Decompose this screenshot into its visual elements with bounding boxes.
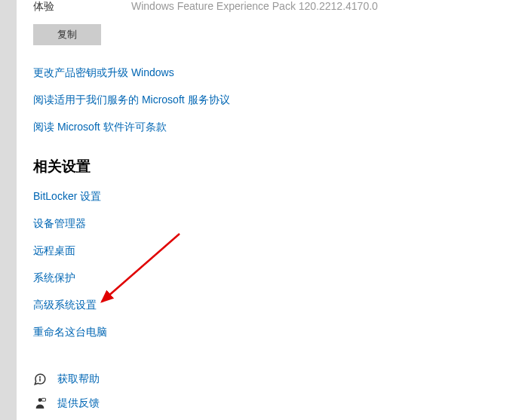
related-settings-heading: 相关设置 xyxy=(33,157,502,176)
sidebar-edge xyxy=(0,0,17,420)
experience-label: 体验 xyxy=(33,0,131,14)
get-help-row[interactable]: 获取帮助 xyxy=(33,372,502,386)
system-protection-link[interactable]: 系统保护 xyxy=(33,271,502,285)
bitlocker-link[interactable]: BitLocker 设置 xyxy=(33,190,502,204)
services-agreement-link[interactable]: 阅读适用于我们服务的 Microsoft 服务协议 xyxy=(33,94,502,107)
remote-desktop-link[interactable]: 远程桌面 xyxy=(33,244,502,258)
help-icon xyxy=(33,372,47,386)
get-help-link[interactable]: 获取帮助 xyxy=(57,372,100,386)
settings-content: 体验 Windows Feature Experience Pack 120.2… xyxy=(17,0,519,420)
svg-point-0 xyxy=(40,377,41,378)
copy-button[interactable]: 复制 xyxy=(33,24,101,45)
feedback-link[interactable]: 提供反馈 xyxy=(57,397,100,410)
windows-links-block: 更改产品密钥或升级 Windows 阅读适用于我们服务的 Microsoft 服… xyxy=(33,66,502,134)
related-links-block: BitLocker 设置 设备管理器 远程桌面 系统保护 高级系统设置 重命名这… xyxy=(33,190,502,339)
feedback-row[interactable]: 提供反馈 xyxy=(33,397,502,410)
help-block: 获取帮助 提供反馈 xyxy=(33,372,502,410)
device-manager-link[interactable]: 设备管理器 xyxy=(33,217,502,231)
feedback-icon xyxy=(33,397,47,410)
experience-value: Windows Feature Experience Pack 120.2212… xyxy=(131,0,378,12)
svg-point-1 xyxy=(38,398,42,402)
svg-rect-2 xyxy=(41,398,45,401)
change-product-key-link[interactable]: 更改产品密钥或升级 Windows xyxy=(33,66,502,80)
experience-spec-row: 体验 Windows Feature Experience Pack 120.2… xyxy=(33,0,502,14)
license-terms-link[interactable]: 阅读 Microsoft 软件许可条款 xyxy=(33,121,502,134)
advanced-system-settings-link[interactable]: 高级系统设置 xyxy=(33,299,502,312)
rename-pc-link[interactable]: 重命名这台电脑 xyxy=(33,326,502,339)
